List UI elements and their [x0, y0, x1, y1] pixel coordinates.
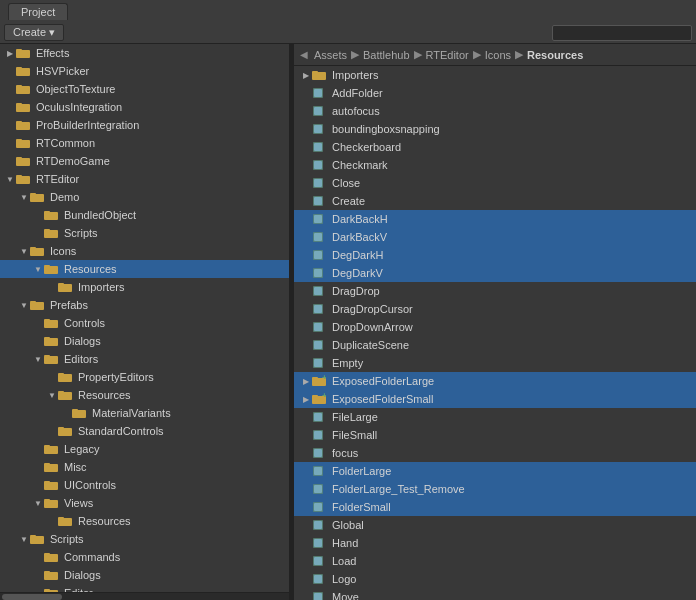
asset-item-darkbackv[interactable]: DarkBackV	[294, 228, 696, 246]
folder-icon	[44, 208, 60, 222]
svg-rect-115	[312, 377, 318, 380]
tree-item-objecttotexture[interactable]: ObjectToTexture	[0, 80, 289, 98]
tree-item-resources[interactable]: Resources	[0, 260, 289, 278]
asset-item-exposedfolderLarge[interactable]: + ExposedFolderLarge	[294, 372, 696, 390]
asset-item-dragdropcursor[interactable]: DragDropCursor	[294, 300, 696, 318]
asset-item-create[interactable]: Create	[294, 192, 696, 210]
breadcrumb-current: Resources	[527, 49, 583, 61]
asset-item-addfolder[interactable]: AddFolder	[294, 84, 696, 102]
asset-icon	[312, 248, 328, 262]
asset-item-filesmall[interactable]: FileSmall	[294, 426, 696, 444]
asset-item-folderlarge[interactable]: FolderLarge	[294, 462, 696, 480]
asset-item-move[interactable]: Move	[294, 588, 696, 600]
tree-item-rtdemogame[interactable]: RTDemoGame	[0, 152, 289, 170]
asset-item-dragdrop[interactable]: DragDrop	[294, 282, 696, 300]
asset-item-boundingboxsnapping[interactable]: boundingboxsnapping	[294, 120, 696, 138]
asset-item-autofocus[interactable]: autofocus	[294, 102, 696, 120]
asset-icon	[312, 572, 328, 586]
tree-item-controls[interactable]: Controls	[0, 314, 289, 332]
asset-item-degdarkh[interactable]: DegDarkH	[294, 246, 696, 264]
asset-item-duplicatescene[interactable]: DuplicateScene	[294, 336, 696, 354]
asset-item-filelarge[interactable]: FileLarge	[294, 408, 696, 426]
tree-item-label: ProBuilderIntegration	[34, 119, 139, 131]
asset-item-checkmark[interactable]: Checkmark	[294, 156, 696, 174]
tree-item-rteditor[interactable]: RTEditor	[0, 170, 289, 188]
asset-item-load[interactable]: Load	[294, 552, 696, 570]
tree-item-hsvpicker[interactable]: HSVPicker	[0, 62, 289, 80]
tree-item-editor[interactable]: Editor	[0, 584, 289, 592]
tree-item-oculusintegration[interactable]: OculusIntegration	[0, 98, 289, 116]
tree-item-editors[interactable]: Editors	[0, 350, 289, 368]
tree-item-icons[interactable]: Icons	[0, 242, 289, 260]
breadcrumb-item-icons[interactable]: Icons	[485, 49, 511, 61]
tree-item-effects[interactable]: Effects	[0, 44, 289, 62]
asset-item-degdarkv[interactable]: DegDarkV	[294, 264, 696, 282]
asset-item-label: ExposedFolderLarge	[330, 375, 434, 387]
svg-rect-107	[314, 305, 322, 313]
asset-item-focus[interactable]: focus	[294, 444, 696, 462]
svg-rect-81	[312, 71, 318, 74]
tree-item-resources2[interactable]: Resources	[0, 386, 289, 404]
tree-item-commands[interactable]: Commands	[0, 548, 289, 566]
search-input[interactable]	[552, 25, 692, 41]
breadcrumb-item-battlehub[interactable]: Battlehub	[363, 49, 409, 61]
asset-item-folderlarge_test[interactable]: FolderLarge_Test_Remove	[294, 480, 696, 498]
asset-item-global[interactable]: Global	[294, 516, 696, 534]
asset-item-empty[interactable]: Empty	[294, 354, 696, 372]
asset-item-foldersmall[interactable]: FolderSmall	[294, 498, 696, 516]
asset-item-hand[interactable]: Hand	[294, 534, 696, 552]
folder-icon	[44, 496, 60, 510]
svg-rect-56	[44, 481, 50, 484]
tree-item-dialogs[interactable]: Dialogs	[0, 332, 289, 350]
asset-item-close[interactable]: Close	[294, 174, 696, 192]
tree-item-propertyeditors[interactable]: PropertyEditors	[0, 368, 289, 386]
asset-item-checkerboard[interactable]: Checkerboard	[294, 138, 696, 156]
asset-item-importers_r[interactable]: Importers	[294, 66, 696, 84]
tree-item-dialogs2[interactable]: Dialogs	[0, 566, 289, 584]
asset-item-darkbackh[interactable]: DarkBackH	[294, 210, 696, 228]
svg-rect-131	[314, 503, 322, 511]
left-panel: Effects HSVPicker ObjectToTexture Oculus…	[0, 44, 290, 600]
create-button[interactable]: Create ▾	[4, 24, 64, 41]
tree-item-probuilderintegration[interactable]: ProBuilderIntegration	[0, 116, 289, 134]
tree-item-legacy[interactable]: Legacy	[0, 440, 289, 458]
tree-item-standardcontrols[interactable]: StandardControls	[0, 422, 289, 440]
asset-item-logo[interactable]: Logo	[294, 570, 696, 588]
tree-item-scripts[interactable]: Scripts	[0, 224, 289, 242]
breadcrumb-item-rteditor[interactable]: RTEditor	[426, 49, 469, 61]
tree-item-label: OculusIntegration	[34, 101, 122, 113]
tree-item-resources3[interactable]: Resources	[0, 512, 289, 530]
asset-list[interactable]: Importers AddFolder autofocus boundingbo…	[294, 66, 696, 600]
left-scrollbar[interactable]	[0, 592, 289, 600]
tree-item-uicontrols[interactable]: UIControls	[0, 476, 289, 494]
svg-rect-105	[314, 287, 322, 295]
tree-item-scripts2[interactable]: Scripts	[0, 530, 289, 548]
folder-icon	[44, 352, 60, 366]
tree-item-prefabs[interactable]: Prefabs	[0, 296, 289, 314]
tree-item-label: Views	[62, 497, 93, 509]
breadcrumb-arrow-left[interactable]: ◀	[300, 49, 308, 60]
svg-rect-13	[16, 157, 22, 160]
svg-rect-103	[314, 269, 322, 277]
svg-rect-11	[16, 139, 22, 142]
tree-item-materialvariants[interactable]: MaterialVariants	[0, 404, 289, 422]
tree-item-rtcommon[interactable]: RTCommon	[0, 134, 289, 152]
tree-item-views[interactable]: Views	[0, 494, 289, 512]
asset-arrow	[300, 375, 312, 387]
svg-rect-127	[314, 467, 322, 475]
asset-item-exposedfolderSmall[interactable]: + ExposedFolderSmall	[294, 390, 696, 408]
tree-item-misc[interactable]: Misc	[0, 458, 289, 476]
tree-item-importers[interactable]: Importers	[0, 278, 289, 296]
svg-rect-93	[314, 179, 322, 187]
tree-item-demo[interactable]: Demo	[0, 188, 289, 206]
project-tab[interactable]: Project	[8, 3, 68, 20]
project-tree[interactable]: Effects HSVPicker ObjectToTexture Oculus…	[0, 44, 289, 592]
tree-item-label: StandardControls	[76, 425, 164, 437]
asset-item-dropdownarrow[interactable]: DropDownArrow	[294, 318, 696, 336]
breadcrumb-item-assets[interactable]: Assets	[314, 49, 347, 61]
tree-item-bundledobject[interactable]: BundledObject	[0, 206, 289, 224]
asset-icon: +	[312, 392, 328, 406]
svg-rect-109	[314, 323, 322, 331]
asset-item-label: FileLarge	[330, 411, 378, 423]
right-panel: ◀ Assets▶Battlehub▶RTEditor▶Icons▶Resour…	[294, 44, 696, 600]
